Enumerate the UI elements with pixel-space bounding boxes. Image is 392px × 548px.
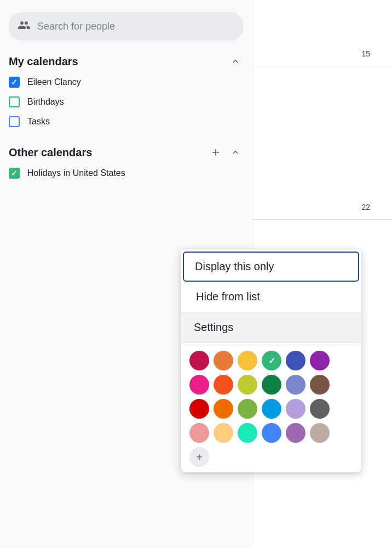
calendar-label-eileen: Eileen Clancy [27, 77, 81, 87]
calendar-item-holidays[interactable]: ✓ Holidays in United States [0, 163, 252, 183]
color-dot[interactable] [310, 399, 330, 419]
checkbox-birthdays[interactable] [9, 96, 20, 107]
color-dot[interactable] [286, 351, 305, 370]
color-dot[interactable] [286, 399, 305, 419]
color-dot[interactable] [310, 351, 330, 370]
checkbox-tasks[interactable] [9, 116, 20, 127]
color-dot[interactable] [238, 423, 257, 443]
other-calendars-title: Other calendars [9, 146, 92, 159]
color-dot[interactable] [238, 375, 257, 395]
calendar-item-eileen[interactable]: ✓ Eileen Clancy [0, 72, 252, 92]
color-dot[interactable] [310, 423, 330, 443]
color-dot[interactable] [286, 375, 305, 395]
context-menu: Display this only Hide from list Setting… [181, 249, 361, 472]
color-dot[interactable] [310, 375, 330, 395]
color-dot[interactable] [238, 399, 257, 419]
other-calendars-collapse-btn[interactable] [228, 146, 243, 159]
color-dot[interactable] [189, 399, 209, 419]
h-line-1 [252, 66, 392, 66]
h-line-2 [252, 219, 392, 220]
other-calendars-icons [208, 146, 243, 159]
color-dot[interactable] [189, 351, 209, 370]
color-dot[interactable] [189, 423, 209, 443]
menu-item-hide[interactable]: Hide from list [183, 282, 359, 312]
my-calendars-title: My calendars [9, 55, 78, 68]
menu-item-display-only[interactable]: Display this only [183, 252, 359, 282]
color-dot[interactable] [262, 375, 281, 395]
search-bar[interactable]: Search for people [9, 12, 243, 41]
color-dot[interactable] [262, 423, 281, 443]
calendar-item-birthdays[interactable]: Birthdays [0, 92, 252, 112]
search-input-placeholder: Search for people [37, 21, 115, 32]
add-color-button[interactable]: + [189, 447, 209, 467]
color-dot[interactable] [214, 351, 233, 370]
my-calendars-header: My calendars [0, 50, 252, 72]
people-icon [18, 19, 31, 34]
color-dot[interactable] [214, 423, 233, 443]
checkbox-holidays[interactable]: ✓ [9, 168, 20, 179]
color-dot[interactable] [262, 399, 281, 419]
my-calendars-icons [228, 55, 243, 68]
calendar-label-birthdays: Birthdays [27, 97, 64, 107]
color-grid: + [181, 343, 361, 472]
my-calendars-collapse-btn[interactable] [228, 55, 243, 68]
menu-item-settings[interactable]: Settings [181, 312, 361, 342]
calendar-label-holidays: Holidays in United States [27, 168, 125, 178]
calendar-label-tasks: Tasks [27, 117, 50, 127]
other-calendars-add-btn[interactable] [208, 146, 223, 159]
date-15: 15 [361, 49, 370, 58]
other-calendars-header: Other calendars [0, 141, 252, 163]
color-dot[interactable] [189, 375, 209, 395]
checkbox-eileen[interactable]: ✓ [9, 77, 20, 88]
color-dot[interactable] [262, 351, 281, 370]
color-dot[interactable] [214, 399, 233, 419]
color-dot[interactable] [214, 375, 233, 395]
color-dot[interactable] [238, 351, 257, 370]
calendar-item-tasks[interactable]: Tasks [0, 112, 252, 132]
date-22: 22 [361, 203, 370, 212]
color-dot[interactable] [286, 423, 305, 443]
